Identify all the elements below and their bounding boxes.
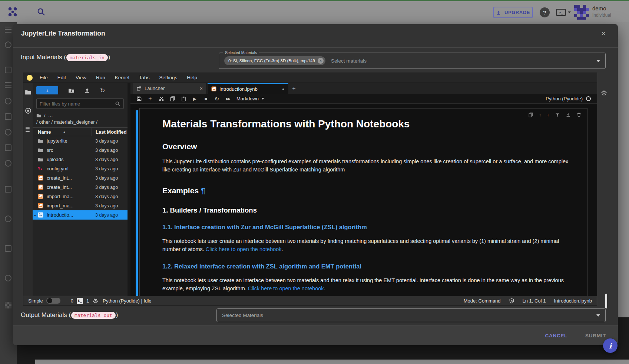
jupyterlab-menubar: File Edit View Run Kernel Tabs Settings … (23, 73, 597, 83)
filter-files-input[interactable] (40, 101, 115, 107)
simple-mode-toggle[interactable] (46, 298, 60, 304)
file-row[interactable]: create_int... 3 days ago (33, 183, 128, 192)
file-row[interactable]: jupyterlite 3 days ago (33, 136, 128, 146)
terminal-count[interactable]: 0 (71, 298, 73, 304)
new-tab-button[interactable]: + (288, 83, 299, 94)
cell-type-dropdown[interactable]: Markdown (236, 96, 264, 101)
panel-splitter[interactable] (128, 83, 130, 296)
help-button[interactable]: ? (540, 7, 550, 17)
kernel-count[interactable]: 1 (86, 298, 89, 304)
output-select-label: Selected Materials (222, 313, 263, 318)
restart-run-all-icon[interactable]: ▶▶ (222, 97, 234, 101)
submit-button[interactable]: SUBMIT (585, 333, 606, 338)
file-row-selected[interactable]: ● Introductio... 3 days ago (33, 210, 128, 220)
move-cell-down-icon[interactable]: ↓ (547, 112, 550, 117)
menu-settings[interactable]: Settings (154, 73, 182, 83)
table-of-contents-icon[interactable] (25, 126, 31, 132)
menu-tabs[interactable]: Tabs (134, 73, 155, 83)
output-materials-select[interactable]: Selected Materials (216, 308, 606, 322)
open-notebook-link[interactable]: Click here to open the notebook (206, 246, 282, 252)
file-row[interactable]: create_int... 3 days ago (33, 173, 128, 183)
dropdown-caret-icon[interactable] (596, 60, 600, 64)
file-row[interactable]: import_ma... 3 days ago (33, 201, 128, 210)
file-row[interactable]: Y: config.yml 3 days ago (33, 164, 128, 173)
file-row[interactable]: import_ma... 3 days ago (33, 192, 128, 201)
sidebar-icon (5, 216, 11, 222)
new-folder-icon[interactable] (68, 87, 75, 94)
notebook-file-icon (38, 175, 44, 181)
notebook-toolbar: + ▶ ■ ↻ ▶▶ Markdown Python (Pyodide) (130, 94, 597, 104)
breadcrumb[interactable]: / … (33, 110, 128, 118)
move-cell-up-icon[interactable]: ↑ (539, 112, 542, 117)
new-launcher-button[interactable]: + (36, 86, 58, 94)
console-selector[interactable]: >_ (556, 9, 571, 16)
delete-cell-icon[interactable] (576, 112, 582, 117)
tab-close-icon[interactable]: × (200, 86, 203, 91)
menu-kernel[interactable]: Kernel (110, 73, 134, 83)
section11-heading-link[interactable]: 1.1. Interface creation with Zur and McG… (162, 224, 577, 231)
kernel-status[interactable]: Python (Pyodide) | Idle (103, 298, 151, 304)
menu-file[interactable]: File (35, 73, 53, 83)
menu-edit[interactable]: Edit (53, 73, 71, 83)
close-icon[interactable]: × (599, 29, 608, 38)
upload-icon[interactable] (84, 87, 91, 93)
file-row[interactable]: src 3 days ago (33, 146, 128, 155)
filter-files-box[interactable] (36, 98, 124, 109)
tab-launcher[interactable]: Launcher × (133, 83, 207, 94)
brand-logo-icon[interactable] (7, 6, 19, 18)
breadcrumb-ellipsis[interactable]: … (48, 113, 53, 118)
sidebar-icon (5, 129, 11, 136)
column-last-modified[interactable]: Last Modified (92, 128, 128, 136)
refresh-icon[interactable]: ↻ (100, 87, 107, 94)
paste-cell-icon[interactable] (178, 96, 189, 101)
selected-cell-bar[interactable] (136, 110, 138, 296)
tab-introduction-ipynb[interactable]: Introduction.ipynb ● (208, 83, 288, 94)
search-icon[interactable] (37, 7, 46, 16)
cut-cell-icon[interactable] (156, 96, 167, 101)
selected-materials-select[interactable]: Selected Materials 0: Si, Silicon, FCC (… (219, 53, 606, 69)
info-fab-button[interactable]: i (603, 338, 618, 353)
output-label-text: Output Materials ( (21, 311, 71, 319)
sidebar-icon (5, 245, 11, 252)
dialog-title: JupyterLite Transformation (21, 30, 105, 37)
file-browser-panel: + ↻ / … / other / materials_designer / N… (33, 83, 128, 296)
upgrade-button[interactable]: UPGRADE (493, 7, 533, 18)
copy-cell-icon[interactable] (167, 96, 178, 101)
menu-help[interactable]: Help (182, 73, 202, 83)
save-icon[interactable] (133, 96, 145, 101)
section12-heading-link[interactable]: 1.2. Relaxed interface creation with ZSL… (162, 263, 577, 270)
running-kernels-icon[interactable] (25, 107, 32, 114)
breadcrumb-path[interactable]: / other / materials_designer / (33, 118, 128, 127)
file-browser-icon[interactable] (25, 89, 32, 96)
file-list-header: Name▲ Last Modified (33, 127, 128, 136)
notebook-title: Materials Transformations with Python No… (162, 118, 577, 130)
avatar[interactable] (574, 5, 589, 20)
open-file-dot-icon: ● (34, 214, 36, 217)
launcher-icon (136, 86, 142, 91)
notebook-file-icon (38, 212, 44, 218)
material-chip[interactable]: 0: Si, Silicon, FCC (Fd-3m) 3D (Bulk), m… (224, 56, 325, 65)
insert-cell-icon[interactable]: + (145, 96, 156, 102)
menu-run[interactable]: Run (91, 73, 110, 83)
open-notebook-link[interactable]: Click here to open the notebook (248, 285, 324, 291)
materials-in-code-chip: materials_in (66, 54, 108, 61)
modal-scrollbar-thumb[interactable] (605, 294, 607, 308)
stop-kernel-icon[interactable]: ■ (200, 96, 211, 101)
jupyterlite-logo-icon (27, 75, 33, 81)
column-name[interactable]: Name▲ (33, 129, 92, 135)
pilcrow-anchor-icon[interactable]: ¶ (201, 186, 205, 195)
run-cell-icon[interactable]: ▶ (189, 96, 200, 101)
home-folder-icon[interactable] (36, 113, 42, 118)
insert-cell-above-icon[interactable] (555, 112, 560, 117)
menu-view[interactable]: View (71, 73, 91, 83)
insert-cell-below-icon[interactable] (566, 112, 571, 117)
cancel-button[interactable]: CANCEL (545, 333, 567, 338)
page-bottom-strip (35, 360, 629, 364)
duplicate-cell-icon[interactable] (528, 112, 533, 117)
chip-remove-icon[interactable]: × (318, 58, 324, 64)
kernel-selector[interactable]: Python (Pyodide) (546, 96, 594, 101)
restart-kernel-icon[interactable]: ↻ (211, 96, 222, 102)
markdown-cell[interactable]: ↑ ↓ Materials Transformations with Pytho… (139, 108, 587, 296)
settings-gear-icon[interactable] (601, 90, 607, 96)
file-row[interactable]: uploads 3 days ago (33, 155, 128, 164)
